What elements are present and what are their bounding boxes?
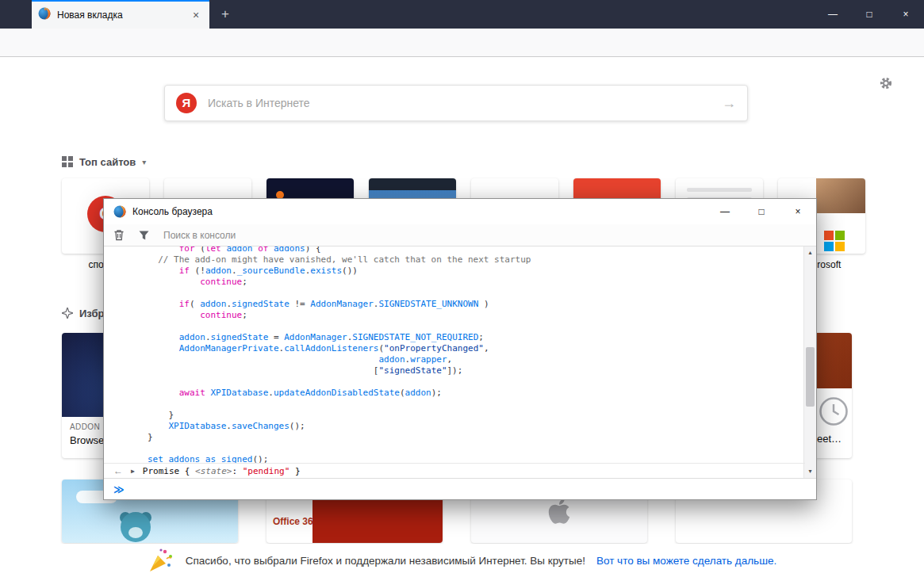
- console-input-row[interactable]: ≫: [104, 478, 816, 500]
- console-result-text: Promise { <state>: "pending" }: [143, 466, 301, 476]
- filter-funnel-icon[interactable]: [139, 231, 149, 240]
- code-line: [148, 288, 805, 299]
- tab-new-tab[interactable]: Новая вкладка ×: [32, 0, 209, 29]
- code-line: if (!addon._sourceBundle.exists()): [148, 266, 805, 277]
- yandex-search-box[interactable]: Я Искать в Интернете →: [164, 85, 748, 121]
- tab-bar: Новая вкладка × + — □ ×: [0, 0, 924, 29]
- console-search-input[interactable]: Поиск в консоли: [163, 230, 236, 241]
- newtab-settings-button[interactable]: [879, 76, 893, 90]
- console-toolbar: Поиск в консоли: [104, 224, 816, 246]
- gear-icon: [879, 76, 893, 90]
- console-result-row[interactable]: ← ▶ Promise { <state>: "pending" }: [104, 463, 805, 478]
- scrollbar-thumb[interactable]: [806, 347, 815, 407]
- console-close-button[interactable]: ×: [780, 199, 816, 224]
- console-scrollbar[interactable]: ▴ ▾: [803, 246, 816, 478]
- office-365-label: Office 365: [273, 516, 318, 527]
- window-minimize-button[interactable]: —: [815, 0, 851, 29]
- scroll-up-arrow-icon[interactable]: ▴: [804, 246, 816, 259]
- history-clock-icon: [819, 396, 849, 430]
- yandex-search-placeholder: Искать в Интернете: [208, 97, 711, 109]
- what-next-link[interactable]: Вот что вы можете сделать дальше.: [596, 555, 776, 567]
- tab-title: Новая вкладка: [57, 10, 189, 21]
- window-maximize-button[interactable]: □: [851, 0, 888, 29]
- clear-console-trash-icon[interactable]: [113, 229, 125, 241]
- card-title: eet…: [817, 433, 842, 445]
- code-line: [148, 376, 805, 388]
- code-line: continue;: [148, 277, 805, 288]
- window-close-button[interactable]: ×: [888, 0, 924, 29]
- code-line: continue;: [148, 310, 805, 321]
- firefox-favicon-icon: [38, 7, 51, 23]
- top-sites-header[interactable]: Топ сайтов ▾: [62, 155, 146, 169]
- console-window-title: Консоль браузера: [132, 206, 707, 217]
- site-thumbnail: [816, 178, 865, 213]
- console-minimize-button[interactable]: —: [707, 199, 743, 224]
- console-prompt-icon: ≫: [113, 483, 125, 495]
- tab-close-icon[interactable]: ×: [189, 9, 203, 21]
- code-line: XPIDatabase.saveChanges();: [148, 421, 805, 432]
- console-code[interactable]: for (let addon of addons) { // The add-o…: [104, 246, 805, 463]
- code-line: [148, 321, 805, 332]
- code-line: addon.wrapper,: [148, 354, 805, 365]
- console-output-arrow-icon: ←: [113, 465, 123, 476]
- console-maximize-button[interactable]: □: [743, 199, 780, 224]
- expand-triangle-icon[interactable]: ▶: [131, 468, 135, 475]
- window-controls: — □ ×: [815, 0, 924, 29]
- code-line: AddonManagerPrivate.callAddonListeners("…: [148, 343, 805, 354]
- microsoft-logo-icon: [824, 231, 845, 251]
- thanks-message: Спасибо, что выбрали Firefox и поддержал…: [186, 555, 585, 567]
- onboarding-message-bar: Спасибо, что выбрали Firefox и поддержал…: [0, 544, 924, 577]
- firefox-window: Новая вкладка × + — □ × ← → Найдите в Ян…: [0, 0, 924, 577]
- code-line: for (let addon of addons) {: [148, 246, 805, 254]
- top-sites-title: Топ сайтов: [79, 156, 136, 168]
- grid-icon: [62, 156, 73, 167]
- firefox-favicon-icon: [113, 205, 126, 218]
- code-line: await XPIDatabase.updateAddonDisabledSta…: [148, 388, 805, 399]
- code-line: if( addon.signedState != AddonManager.SI…: [148, 299, 805, 310]
- code-line: ["signedState"]);: [148, 365, 805, 376]
- console-title-bar[interactable]: Консоль браузера — □ ×: [104, 199, 816, 224]
- code-line: }: [148, 410, 805, 421]
- browser-console-window: Консоль браузера — □ × Поиск в консоли f…: [103, 198, 817, 500]
- apple-logo-icon: [548, 497, 570, 525]
- code-line: }: [148, 432, 805, 443]
- chevron-down-icon: ▾: [142, 158, 146, 166]
- party-popper-icon: [148, 547, 174, 574]
- code-line: addon.signedState = AddonManager.SIGNEDS…: [148, 332, 805, 343]
- code-line: set_addons_as_signed();: [148, 454, 805, 463]
- highlights-star-icon: [62, 308, 73, 319]
- new-tab-button[interactable]: +: [216, 5, 235, 24]
- code-line: // The add-on might have vanished, we'll…: [148, 254, 805, 266]
- yandex-logo: Я: [176, 93, 197, 113]
- yandex-submit-arrow-icon[interactable]: →: [722, 95, 736, 112]
- navigation-toolbar: ← → Найдите в Яндекс или введите адрес П…: [0, 29, 924, 57]
- code-line: [148, 443, 805, 454]
- bear-illustration: [114, 506, 157, 543]
- code-line: [148, 399, 805, 410]
- site-thumbnail: [369, 178, 456, 190]
- scroll-down-arrow-icon[interactable]: ▾: [804, 465, 816, 478]
